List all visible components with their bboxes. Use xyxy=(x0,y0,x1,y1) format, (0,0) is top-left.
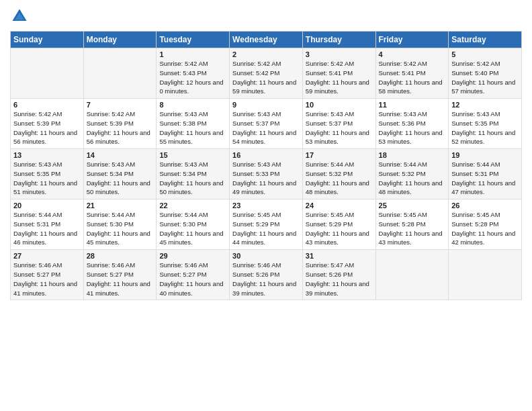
calendar-cell: 29Sunrise: 5:46 AM Sunset: 5:27 PM Dayli… xyxy=(157,250,230,300)
calendar-cell: 21Sunrise: 5:44 AM Sunset: 5:30 PM Dayli… xyxy=(83,199,157,250)
day-detail: Sunrise: 5:45 AM Sunset: 5:29 PM Dayligh… xyxy=(306,210,373,247)
calendar-cell: 3Sunrise: 5:42 AM Sunset: 5:41 PM Daylig… xyxy=(302,48,375,99)
day-detail: Sunrise: 5:42 AM Sunset: 5:41 PM Dayligh… xyxy=(379,59,446,96)
header xyxy=(10,7,522,26)
calendar-cell: 18Sunrise: 5:44 AM Sunset: 5:32 PM Dayli… xyxy=(375,149,449,199)
day-detail: Sunrise: 5:43 AM Sunset: 5:37 PM Dayligh… xyxy=(232,109,300,146)
calendar-cell: 25Sunrise: 5:45 AM Sunset: 5:28 PM Dayli… xyxy=(375,199,449,250)
day-number: 29 xyxy=(159,252,226,260)
day-number: 25 xyxy=(379,201,446,210)
calendar-cell: 28Sunrise: 5:46 AM Sunset: 5:27 PM Dayli… xyxy=(83,250,157,300)
day-detail: Sunrise: 5:43 AM Sunset: 5:33 PM Dayligh… xyxy=(232,160,300,197)
day-number: 27 xyxy=(13,252,81,260)
calendar-cell: 13Sunrise: 5:43 AM Sunset: 5:35 PM Dayli… xyxy=(11,149,84,199)
day-number: 8 xyxy=(159,101,226,109)
calendar-cell: 5Sunrise: 5:42 AM Sunset: 5:40 PM Daylig… xyxy=(449,48,522,99)
calendar-cell xyxy=(375,250,449,300)
calendar-cell: 23Sunrise: 5:45 AM Sunset: 5:29 PM Dayli… xyxy=(230,199,303,250)
day-number: 10 xyxy=(306,101,373,109)
day-header-wednesday: Wednesday xyxy=(230,32,303,48)
day-detail: Sunrise: 5:42 AM Sunset: 5:40 PM Dayligh… xyxy=(451,59,519,96)
day-number: 3 xyxy=(306,50,373,58)
day-number: 17 xyxy=(306,151,373,159)
calendar-cell: 16Sunrise: 5:43 AM Sunset: 5:33 PM Dayli… xyxy=(230,149,303,199)
day-detail: Sunrise: 5:45 AM Sunset: 5:28 PM Dayligh… xyxy=(451,210,519,247)
calendar-cell: 1Sunrise: 5:42 AM Sunset: 5:43 PM Daylig… xyxy=(157,48,230,99)
logo xyxy=(10,7,32,26)
day-number: 20 xyxy=(13,201,81,210)
calendar-cell: 15Sunrise: 5:43 AM Sunset: 5:34 PM Dayli… xyxy=(157,149,230,199)
week-row-2: 13Sunrise: 5:43 AM Sunset: 5:35 PM Dayli… xyxy=(11,149,522,199)
calendar-cell: 9Sunrise: 5:43 AM Sunset: 5:37 PM Daylig… xyxy=(230,99,303,149)
day-number: 26 xyxy=(451,201,519,210)
header-row: SundayMondayTuesdayWednesdayThursdayFrid… xyxy=(11,32,522,48)
week-row-0: 1Sunrise: 5:42 AM Sunset: 5:43 PM Daylig… xyxy=(11,48,522,99)
day-number: 2 xyxy=(232,50,300,58)
calendar-cell: 22Sunrise: 5:44 AM Sunset: 5:30 PM Dayli… xyxy=(157,199,230,250)
day-detail: Sunrise: 5:44 AM Sunset: 5:31 PM Dayligh… xyxy=(451,160,519,197)
day-detail: Sunrise: 5:44 AM Sunset: 5:32 PM Dayligh… xyxy=(379,160,446,197)
day-header-monday: Monday xyxy=(83,32,157,48)
day-number: 23 xyxy=(232,201,300,210)
day-header-sunday: Sunday xyxy=(11,32,84,48)
calendar-cell: 30Sunrise: 5:46 AM Sunset: 5:26 PM Dayli… xyxy=(230,250,303,300)
calendar-cell: 31Sunrise: 5:47 AM Sunset: 5:26 PM Dayli… xyxy=(302,250,375,300)
day-detail: Sunrise: 5:42 AM Sunset: 5:42 PM Dayligh… xyxy=(232,59,300,96)
page: SundayMondayTuesdayWednesdayThursdayFrid… xyxy=(0,0,532,411)
day-detail: Sunrise: 5:42 AM Sunset: 5:43 PM Dayligh… xyxy=(159,59,226,96)
calendar-cell: 17Sunrise: 5:44 AM Sunset: 5:32 PM Dayli… xyxy=(302,149,375,199)
day-number: 4 xyxy=(379,50,446,58)
day-detail: Sunrise: 5:44 AM Sunset: 5:30 PM Dayligh… xyxy=(159,210,226,247)
day-number: 28 xyxy=(87,252,154,260)
day-number: 21 xyxy=(87,201,154,210)
day-number: 13 xyxy=(13,151,81,159)
calendar-cell: 10Sunrise: 5:43 AM Sunset: 5:37 PM Dayli… xyxy=(302,99,375,149)
day-header-saturday: Saturday xyxy=(449,32,522,48)
day-number: 12 xyxy=(451,101,519,109)
day-number: 18 xyxy=(379,151,446,159)
day-number: 1 xyxy=(159,50,226,58)
day-detail: Sunrise: 5:43 AM Sunset: 5:38 PM Dayligh… xyxy=(159,109,226,146)
day-number: 24 xyxy=(306,201,373,210)
calendar-cell xyxy=(11,48,84,99)
calendar-cell: 11Sunrise: 5:43 AM Sunset: 5:36 PM Dayli… xyxy=(375,99,449,149)
day-detail: Sunrise: 5:44 AM Sunset: 5:30 PM Dayligh… xyxy=(87,210,154,247)
calendar-cell: 7Sunrise: 5:42 AM Sunset: 5:39 PM Daylig… xyxy=(83,99,157,149)
day-number: 15 xyxy=(159,151,226,159)
day-detail: Sunrise: 5:44 AM Sunset: 5:31 PM Dayligh… xyxy=(13,210,81,247)
calendar-cell: 8Sunrise: 5:43 AM Sunset: 5:38 PM Daylig… xyxy=(157,99,230,149)
day-detail: Sunrise: 5:42 AM Sunset: 5:39 PM Dayligh… xyxy=(13,109,81,146)
calendar-table: SundayMondayTuesdayWednesdayThursdayFrid… xyxy=(10,31,522,300)
day-number: 31 xyxy=(306,252,373,260)
day-header-thursday: Thursday xyxy=(302,32,375,48)
day-number: 7 xyxy=(87,101,154,109)
calendar-cell: 19Sunrise: 5:44 AM Sunset: 5:31 PM Dayli… xyxy=(449,149,522,199)
calendar-cell: 6Sunrise: 5:42 AM Sunset: 5:39 PM Daylig… xyxy=(11,99,84,149)
day-detail: Sunrise: 5:46 AM Sunset: 5:27 PM Dayligh… xyxy=(159,261,226,298)
day-header-tuesday: Tuesday xyxy=(157,32,230,48)
calendar-cell: 24Sunrise: 5:45 AM Sunset: 5:29 PM Dayli… xyxy=(302,199,375,250)
day-number: 9 xyxy=(232,101,300,109)
day-detail: Sunrise: 5:43 AM Sunset: 5:37 PM Dayligh… xyxy=(306,109,373,146)
day-detail: Sunrise: 5:43 AM Sunset: 5:36 PM Dayligh… xyxy=(379,109,446,146)
day-detail: Sunrise: 5:43 AM Sunset: 5:35 PM Dayligh… xyxy=(451,109,519,146)
calendar-cell: 2Sunrise: 5:42 AM Sunset: 5:42 PM Daylig… xyxy=(230,48,303,99)
day-detail: Sunrise: 5:43 AM Sunset: 5:35 PM Dayligh… xyxy=(13,160,81,197)
day-detail: Sunrise: 5:46 AM Sunset: 5:27 PM Dayligh… xyxy=(87,261,154,298)
calendar-cell: 12Sunrise: 5:43 AM Sunset: 5:35 PM Dayli… xyxy=(449,99,522,149)
day-number: 30 xyxy=(232,252,300,260)
calendar-cell xyxy=(83,48,157,99)
day-detail: Sunrise: 5:47 AM Sunset: 5:26 PM Dayligh… xyxy=(306,261,373,298)
day-detail: Sunrise: 5:44 AM Sunset: 5:32 PM Dayligh… xyxy=(306,160,373,197)
day-detail: Sunrise: 5:46 AM Sunset: 5:26 PM Dayligh… xyxy=(232,261,300,298)
day-detail: Sunrise: 5:42 AM Sunset: 5:41 PM Dayligh… xyxy=(306,59,373,96)
day-detail: Sunrise: 5:43 AM Sunset: 5:34 PM Dayligh… xyxy=(87,160,154,197)
calendar-cell: 14Sunrise: 5:43 AM Sunset: 5:34 PM Dayli… xyxy=(83,149,157,199)
week-row-1: 6Sunrise: 5:42 AM Sunset: 5:39 PM Daylig… xyxy=(11,99,522,149)
day-detail: Sunrise: 5:42 AM Sunset: 5:39 PM Dayligh… xyxy=(87,109,154,146)
calendar-cell: 4Sunrise: 5:42 AM Sunset: 5:41 PM Daylig… xyxy=(375,48,449,99)
day-number: 22 xyxy=(159,201,226,210)
day-number: 11 xyxy=(379,101,446,109)
day-number: 6 xyxy=(13,101,81,109)
calendar-cell: 27Sunrise: 5:46 AM Sunset: 5:27 PM Dayli… xyxy=(11,250,84,300)
